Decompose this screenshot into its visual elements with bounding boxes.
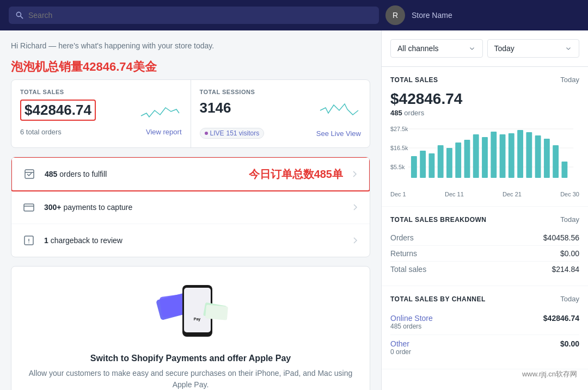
period-filter-label: Today — [494, 44, 514, 53]
svg-text:$27.5k: $27.5k — [390, 126, 408, 132]
watermark: www.rjtj.cn软存网 — [522, 369, 577, 379]
svg-rect-22 — [464, 140, 470, 178]
search-icon — [15, 11, 24, 20]
period-chevron-icon — [565, 45, 572, 52]
svg-rect-31 — [544, 139, 550, 178]
total-sales-value: $42846.74 — [20, 100, 96, 121]
breakdown-label-returns: Returns — [390, 249, 417, 258]
greeting-text: Hi Richard — here's what's happening wit… — [11, 41, 370, 50]
promo-card: Pay Switch to Shopify Payments and offer… — [11, 266, 370, 390]
stats-row: TOTAL SALES $42846.74 6 total orders Vie… — [11, 79, 370, 148]
channel-other-value: $0.00 — [560, 339, 579, 348]
breakdown-period: Today — [560, 215, 579, 224]
total-sales-label: TOTAL SALES — [20, 89, 182, 95]
svg-rect-27 — [509, 133, 514, 178]
svg-rect-32 — [553, 145, 559, 178]
period-filter[interactable]: Today — [487, 39, 580, 58]
total-sales-card: TOTAL SALES $42846.74 6 total orders Vie… — [11, 80, 191, 147]
payments-action-row[interactable]: 300+ payments to capture — [11, 191, 370, 224]
svg-rect-33 — [561, 162, 567, 178]
payments-action-text: 300+ payments to capture — [44, 203, 344, 212]
total-sessions-label: TOTAL SESSIONS — [200, 89, 362, 95]
svg-rect-25 — [491, 132, 497, 178]
breakdown-row-orders: Orders $40458.56 — [390, 230, 579, 246]
chart-label-dec11: Dec 11 — [445, 191, 464, 197]
svg-text:Pay: Pay — [194, 317, 201, 321]
breakdown-title: TOTAL SALES BREAKDOWN — [390, 216, 487, 224]
chargeback-text: chargeback to review — [48, 236, 122, 245]
promo-image: Pay — [147, 280, 234, 345]
channel-other-name[interactable]: Other — [390, 339, 411, 348]
live-dot — [205, 132, 208, 135]
channel-title: TOTAL SALES BY CHANNEL — [390, 295, 486, 303]
svg-rect-17 — [420, 151, 426, 178]
promo-title: Switch to Shopify Payments and offer App… — [24, 354, 357, 363]
sales-mini-chart — [138, 100, 182, 121]
main-content: Hi Richard — here's what's happening wit… — [0, 30, 381, 390]
sidebar-sales-period: Today — [560, 76, 579, 84]
chargeback-action-row[interactable]: 1 chargeback to review — [11, 224, 370, 257]
visitors-count: 151 visitors — [226, 129, 260, 137]
breakdown-value-orders: $40458.56 — [543, 233, 579, 242]
svg-rect-28 — [517, 130, 523, 178]
avatar[interactable]: R — [385, 5, 405, 25]
channel-other-orders: 0 order — [390, 348, 411, 356]
total-sessions-value: 3146 — [200, 100, 231, 116]
channel-filter[interactable]: All channels — [390, 39, 483, 58]
orders-bold: 485 — [45, 170, 57, 178]
payments-text: payments to capture — [62, 203, 133, 212]
svg-rect-29 — [526, 132, 532, 178]
promo-description: Allow your customers to make easy and se… — [24, 368, 357, 390]
chart-x-labels: Dec 1 Dec 11 Dec 21 Dec 30 — [390, 191, 579, 197]
breakdown-value-total: $214.84 — [552, 265, 579, 274]
svg-rect-19 — [438, 145, 444, 178]
chargeback-action-text: 1 chargeback to review — [44, 236, 344, 245]
svg-rect-26 — [500, 134, 506, 178]
channel-filter-label: All channels — [397, 44, 439, 53]
svg-rect-16 — [411, 156, 417, 178]
search-input[interactable] — [28, 11, 372, 20]
sessions-mini-chart — [317, 100, 361, 121]
breakdown-value-returns: $0.00 — [560, 249, 579, 258]
chargeback-bold: 1 — [44, 236, 48, 245]
sidebar-filters: All channels Today — [382, 30, 588, 67]
search-bar[interactable] — [9, 7, 379, 24]
svg-rect-20 — [446, 148, 452, 178]
breakdown-row-total: Total sales $214.84 — [390, 262, 579, 277]
sidebar-sales-title: TOTAL SALES — [390, 76, 438, 84]
sales-bar-chart: $27.5k $16.5k $5.5k — [390, 123, 579, 189]
channel-online-value: $42846.74 — [543, 314, 579, 323]
channel-period: Today — [560, 295, 579, 303]
svg-text:$16.5k: $16.5k — [390, 145, 408, 151]
svg-rect-30 — [535, 135, 541, 178]
page-layout: Hi Richard — here's what's happening wit… — [0, 30, 588, 390]
store-name: Store Name — [412, 11, 452, 20]
sales-orders-count: 6 total orders — [20, 128, 62, 136]
breakdown-label-orders: Orders — [390, 233, 414, 242]
channel-online-orders: 485 orders — [390, 323, 433, 330]
sidebar-sales-orders: 485 orders — [390, 109, 579, 117]
orders-action-row[interactable]: 485 orders to fulfill 今日订单总数485单 — [11, 157, 370, 191]
fulfill-icon — [21, 165, 38, 183]
annotation-title: 泡泡机总销量42846.74美金 — [11, 59, 157, 75]
orders-text: orders to fulfill — [57, 170, 107, 178]
chargeback-chevron-icon — [350, 235, 361, 246]
breakdown-row-returns: Returns $0.00 — [390, 246, 579, 262]
chargeback-icon — [20, 232, 38, 249]
channel-row-online: Online Store 485 orders $42846.74 — [390, 309, 579, 335]
svg-rect-21 — [455, 143, 461, 178]
see-live-view-link[interactable]: See Live View — [316, 129, 361, 138]
top-navigation: R Store Name — [0, 0, 588, 30]
live-badge: LIVE 151 visitors — [200, 128, 265, 139]
sidebar-breakdown: TOTAL SALES BREAKDOWN Today Orders $4045… — [382, 207, 588, 286]
payments-chevron-icon — [350, 202, 361, 213]
channel-row-other: Other 0 order $0.00 — [390, 335, 579, 360]
channel-online-name[interactable]: Online Store — [390, 314, 433, 323]
orders-chevron-icon — [350, 169, 360, 179]
view-report-link[interactable]: View report — [146, 128, 182, 136]
chart-label-dec1: Dec 1 — [390, 191, 406, 197]
live-label: LIVE — [210, 129, 224, 137]
svg-rect-0 — [25, 170, 34, 178]
svg-text:$5.5k: $5.5k — [390, 164, 405, 170]
action-list: 485 orders to fulfill 今日订单总数485单 300+ pa… — [11, 157, 370, 257]
